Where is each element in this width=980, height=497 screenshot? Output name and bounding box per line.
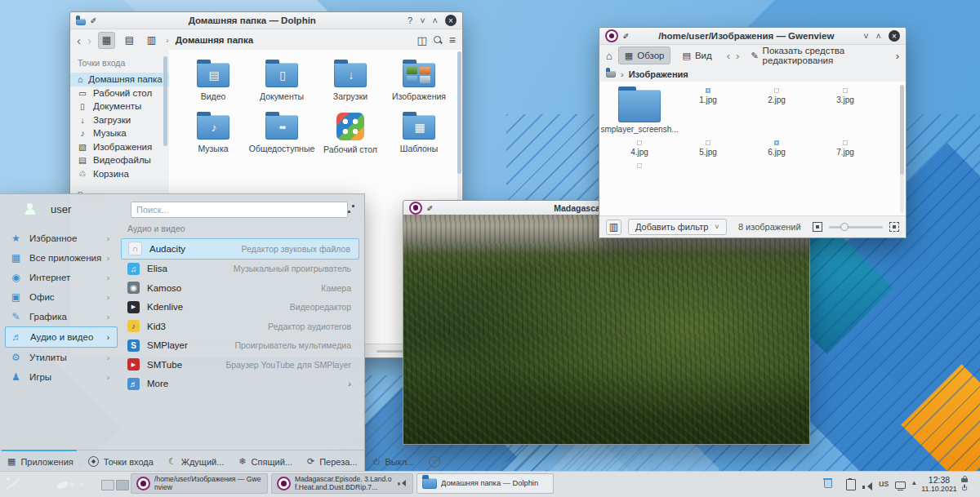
category-office[interactable]: ▣Офис›: [5, 287, 118, 307]
category-audio-video[interactable]: ♬Аудио и видео›: [5, 326, 118, 348]
place-item-pictures[interactable]: ▧Изображения: [70, 140, 169, 154]
tab-places[interactable]: Точки входа: [81, 450, 161, 473]
standby-button[interactable]: ☾Ждущий...: [161, 450, 231, 473]
thumbnail-item[interactable]: 1.jpg: [676, 88, 740, 134]
restart-button[interactable]: ⟳Переза...: [300, 450, 365, 473]
edit-tools-button[interactable]: ✎ Показать средства редактирования: [745, 47, 884, 64]
place-item-home[interactable]: ⌂Домашняя папка: [70, 73, 169, 87]
place-item-music[interactable]: ♪Музыка: [70, 126, 169, 140]
maximize-button[interactable]: ˄: [433, 16, 438, 25]
task-smplayer[interactable]: Madagascar.Episode. 3.Land.of.Heat.and.D…: [271, 473, 413, 494]
place-item-downloads[interactable]: ↓Загрузки: [70, 113, 169, 127]
keyboard-layout-indicator[interactable]: us: [879, 478, 889, 488]
maximize-button[interactable]: ˄: [876, 32, 881, 41]
app-item-kdenlive[interactable]: ▶KdenliveВидеоредактор: [121, 298, 359, 317]
task-dolphin[interactable]: Домашняя папка — Dolphin: [416, 473, 554, 494]
place-item-desktop[interactable]: ▭Рабочий стол: [70, 87, 169, 100]
view-mode-button[interactable]: ▤ Вид: [676, 47, 717, 64]
icons-view-button[interactable]: ▦: [98, 32, 115, 49]
volume-tray-icon[interactable]: [862, 480, 873, 495]
category-internet[interactable]: ◉Интернет›: [5, 268, 118, 287]
places-scrollbar[interactable]: [163, 56, 167, 146]
clipboard-tray-icon[interactable]: [846, 479, 856, 494]
breadcrumb[interactable]: Домашняя папка: [176, 35, 254, 45]
dolphin-titlebar[interactable]: ✎ Домашняя папка — Dolphin ? ˅ ˄ ×: [70, 12, 462, 29]
app-item-kid3[interactable]: ♪Kid3Редактор аудиотегов: [121, 317, 359, 336]
tray-expander[interactable]: ▴: [912, 478, 916, 486]
folder-item-downloads[interactable]: ↓Загрузки: [318, 63, 383, 102]
trash-widget[interactable]: [823, 477, 832, 491]
app-item-elisa[interactable]: ♫ElisaМузыкальный проигрыватель: [121, 260, 359, 279]
toolbar-overflow-icon[interactable]: ›: [896, 50, 899, 62]
category-all-apps[interactable]: ▦Все приложения›: [5, 248, 118, 268]
power-icon[interactable]: [961, 485, 969, 492]
gwenview-titlebar[interactable]: ✎ /home/user/Изображения — Gwenview ˅ ˄ …: [599, 28, 906, 45]
session-button[interactable]: ‹: [421, 450, 448, 473]
thumbnail-item[interactable]: 6.jpg: [745, 140, 808, 157]
hamburger-menu-icon[interactable]: ≡: [449, 33, 456, 47]
zoom-fit-icon[interactable]: [813, 222, 822, 232]
add-filter-button[interactable]: Добавить фильтр ˅: [628, 219, 727, 235]
app-item-more[interactable]: ♬More›: [121, 375, 359, 394]
sidebar-toggle-icon[interactable]: ▥: [606, 220, 621, 235]
video-playback-area[interactable]: [403, 215, 809, 444]
shutdown-button[interactable]: Выкл...: [365, 450, 422, 473]
split-view-icon[interactable]: ◫: [417, 34, 427, 47]
digital-clock[interactable]: 12:38 11.10.2021: [921, 475, 957, 493]
task-gwenview[interactable]: /home/user/Изображения — Gwenview: [131, 473, 268, 494]
browse-mode-button[interactable]: ▦ Обзор: [618, 47, 671, 64]
thumbnail-item-folder[interactable]: smplayer_screensh...: [608, 88, 671, 134]
thumbnail-scrollbar[interactable]: [900, 85, 904, 213]
previous-button[interactable]: ‹: [727, 50, 730, 62]
folder-item-music[interactable]: ♪Музыка: [180, 115, 246, 155]
tab-applications[interactable]: ▦ Приложения: [0, 450, 81, 473]
category-favorites[interactable]: ★Избранное›: [5, 229, 118, 248]
thumbnail-item[interactable]: 4.jpg: [608, 140, 671, 157]
display-tray-icon[interactable]: [895, 479, 906, 494]
session-widget[interactable]: [960, 476, 969, 492]
thumbnail-item[interactable]: 7.jpg: [813, 140, 877, 157]
home-button[interactable]: ⌂: [606, 50, 612, 62]
place-item-trash[interactable]: ♲Корзина: [70, 167, 169, 181]
thumbnail-item[interactable]: 2.jpg: [745, 88, 808, 134]
place-item-documents[interactable]: ▯Документы: [70, 100, 169, 113]
lock-icon[interactable]: [961, 476, 968, 482]
shade-button[interactable]: ˅: [420, 16, 425, 25]
forward-button[interactable]: ›: [87, 33, 91, 47]
compact-view-button[interactable]: ▥: [144, 33, 159, 48]
help-button[interactable]: ?: [408, 16, 412, 25]
hibernate-button[interactable]: ❄Спящий...: [231, 450, 300, 473]
app-item-smtube[interactable]: ▶SMTubeБраузер YouTube для SMPlayer: [121, 355, 359, 375]
category-utilities[interactable]: ⚙Утилиты›: [5, 348, 118, 367]
close-button[interactable]: ×: [445, 15, 457, 26]
next-button[interactable]: ›: [736, 50, 739, 62]
details-view-button[interactable]: ▤: [122, 33, 137, 48]
folder-item-video[interactable]: ▤Видео: [180, 63, 246, 102]
thumbnail-zoom-slider[interactable]: [829, 226, 883, 229]
folder-item-pictures[interactable]: Изображения: [386, 63, 452, 102]
folder-item-public[interactable]: ●●Общедоступные: [249, 115, 314, 155]
virtual-desktop-pager[interactable]: [101, 480, 129, 490]
folder-item-templates[interactable]: ▦Шаблоны: [386, 115, 452, 155]
thumbnail-item[interactable]: 3.jpg: [813, 88, 877, 134]
app-item-kamoso[interactable]: ◉KamosoКамера: [121, 278, 359, 298]
folder-item-desktop[interactable]: Рабочий стол: [318, 115, 383, 155]
category-graphics[interactable]: ✎Графика›: [5, 307, 118, 326]
thumbnail-zoom-knob[interactable]: [840, 223, 849, 231]
desktop-1[interactable]: [101, 480, 114, 490]
folder-item-documents[interactable]: ▯Документы: [249, 63, 314, 102]
thumbnail-item-partial[interactable]: [608, 163, 671, 168]
app-item-audacity[interactable]: ∩AudacityРедактор звуковых файлов: [121, 238, 359, 260]
search-icon[interactable]: [434, 36, 443, 45]
search-input[interactable]: [131, 202, 348, 218]
back-button[interactable]: ‹: [77, 33, 81, 47]
place-item-videos[interactable]: ▤Видеофайлы: [70, 153, 169, 167]
app-item-smplayer[interactable]: SSMPlayerПроигрыватель мультимедиа: [121, 336, 359, 356]
close-button[interactable]: ×: [889, 30, 900, 42]
desktop-2[interactable]: [116, 480, 129, 490]
zoom-full-icon[interactable]: [889, 222, 899, 232]
breadcrumb[interactable]: Изображения: [629, 69, 688, 79]
shade-button[interactable]: ˅: [863, 32, 868, 41]
thumbnail-item[interactable]: 5.jpg: [676, 140, 740, 157]
category-games[interactable]: ♟Игры›: [5, 367, 118, 387]
